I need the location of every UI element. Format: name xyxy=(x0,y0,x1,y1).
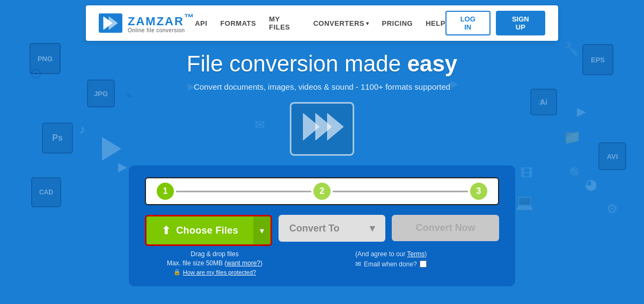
step-line-2 xyxy=(333,191,468,192)
convert-now-button[interactable]: Convert Now xyxy=(392,215,499,241)
choose-files-dropdown-button[interactable]: ▾ xyxy=(253,216,270,244)
nav-links: API FORMATS MY FILES CONVERTERS ▾ PRICIN… xyxy=(195,15,445,31)
nav-myfiles[interactable]: MY FILES xyxy=(269,15,301,31)
convert-to-chevron-icon: ▾ xyxy=(370,222,375,234)
info-row: Drag & drop files Max. file size 50MB (w… xyxy=(145,250,499,276)
logo-area: ZAMZAR™ Online file conversion xyxy=(99,13,195,33)
convert-to-wrap: Convert To ▾ xyxy=(279,215,386,242)
login-button[interactable]: LOG IN xyxy=(445,11,491,35)
step-1-dot: 1 xyxy=(157,183,174,200)
want-more-link[interactable]: want more? xyxy=(226,259,260,267)
terms-text: (And agree to our Terms) xyxy=(355,250,499,258)
play-icon-wrap xyxy=(290,102,354,156)
logo-tagline: Online file conversion xyxy=(128,27,195,33)
nav-api[interactable]: API xyxy=(195,19,207,27)
nav-converters[interactable]: CONVERTERS ▾ xyxy=(313,19,369,27)
steps-bar: 1 2 3 xyxy=(145,177,499,205)
choose-files-wrap: ⬆ Choose Files ▾ xyxy=(145,215,272,246)
chevron-down-icon: ▾ xyxy=(260,226,264,236)
upload-icon: ⬆ xyxy=(162,224,171,237)
nav-formats[interactable]: FORMATS xyxy=(220,19,256,27)
terms-link[interactable]: Terms xyxy=(407,250,425,258)
nav-pricing[interactable]: PRICING xyxy=(382,19,413,27)
svg-marker-1 xyxy=(109,17,118,30)
action-row: ⬆ Choose Files ▾ Convert To ▾ Convert No… xyxy=(145,215,499,246)
play-arrows-icon xyxy=(301,111,343,148)
logo-text: ZAMZAR™ Online file conversion xyxy=(128,13,195,33)
hero-subheadline: Convert documents, images, videos & soun… xyxy=(194,82,450,91)
svg-marker-4 xyxy=(327,113,343,140)
convert-now-wrap: Convert Now xyxy=(392,215,499,241)
max-size-text: Max. file size 50MB (want more?) xyxy=(145,259,284,267)
step-2-dot: 2 xyxy=(313,183,331,200)
nav-actions: LOG IN SIGN UP xyxy=(445,11,545,35)
nav-help[interactable]: HELP xyxy=(426,19,445,27)
hero-headline: File conversion made easy xyxy=(187,51,457,77)
step-line-1 xyxy=(176,191,311,192)
envelope-icon: ✉ xyxy=(355,260,361,268)
logo-name: ZAMZAR™ xyxy=(128,13,195,27)
chevron-down-icon: ▾ xyxy=(366,20,369,26)
drag-drop-text: Drag & drop files xyxy=(145,250,284,258)
step-3-dot: 3 xyxy=(470,183,487,200)
info-left: Drag & drop files Max. file size 50MB (w… xyxy=(145,250,284,276)
protected-link[interactable]: How are my files protected? xyxy=(183,269,256,276)
lock-icon: 🔒 xyxy=(173,269,181,276)
choose-files-button[interactable]: ⬆ Choose Files xyxy=(147,216,253,244)
email-row: ✉ Email when done? xyxy=(355,260,499,268)
signup-button[interactable]: SIGN UP xyxy=(496,11,545,35)
converter-box: 1 2 3 ⬆ Choose Files ▾ xyxy=(129,165,515,286)
navbar: ZAMZAR™ Online file conversion API FORMA… xyxy=(86,5,558,41)
info-right: (And agree to our Terms) ✉ Email when do… xyxy=(291,250,499,268)
protected-link-wrap: 🔒 How are my files protected? xyxy=(145,269,284,276)
main-content: File conversion made easy Convert docume… xyxy=(0,51,644,286)
email-checkbox[interactable] xyxy=(420,260,427,267)
convert-to-button[interactable]: Convert To ▾ xyxy=(279,215,386,242)
logo-icon xyxy=(99,13,122,33)
